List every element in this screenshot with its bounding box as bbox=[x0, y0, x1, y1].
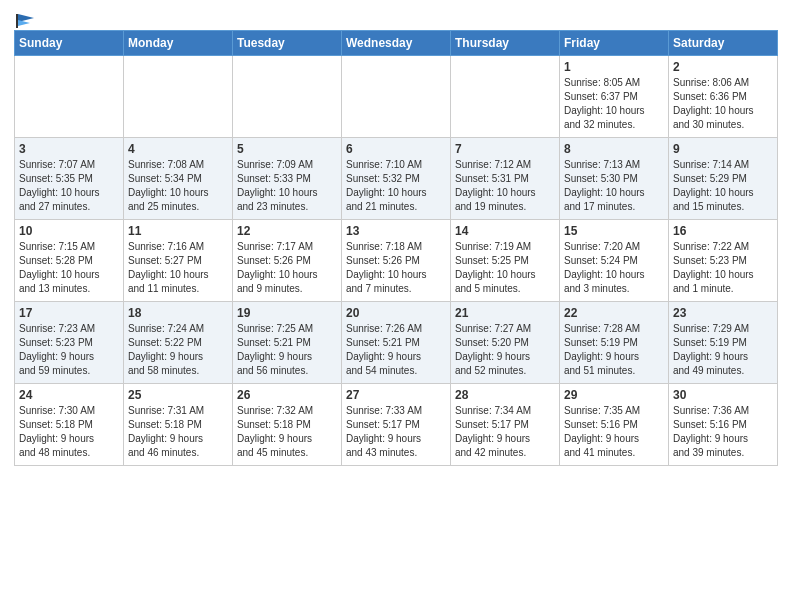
day-cell: 12Sunrise: 7:17 AM Sunset: 5:26 PM Dayli… bbox=[233, 220, 342, 302]
day-info: Sunrise: 7:33 AM Sunset: 5:17 PM Dayligh… bbox=[346, 404, 446, 460]
day-cell: 17Sunrise: 7:23 AM Sunset: 5:23 PM Dayli… bbox=[15, 302, 124, 384]
day-number: 12 bbox=[237, 224, 337, 238]
col-header-friday: Friday bbox=[560, 31, 669, 56]
day-info: Sunrise: 7:16 AM Sunset: 5:27 PM Dayligh… bbox=[128, 240, 228, 296]
day-number: 2 bbox=[673, 60, 773, 74]
day-info: Sunrise: 7:22 AM Sunset: 5:23 PM Dayligh… bbox=[673, 240, 773, 296]
page: SundayMondayTuesdayWednesdayThursdayFrid… bbox=[0, 0, 792, 476]
day-number: 17 bbox=[19, 306, 119, 320]
day-number: 15 bbox=[564, 224, 664, 238]
day-info: Sunrise: 7:26 AM Sunset: 5:21 PM Dayligh… bbox=[346, 322, 446, 378]
col-header-thursday: Thursday bbox=[451, 31, 560, 56]
day-number: 30 bbox=[673, 388, 773, 402]
day-info: Sunrise: 7:20 AM Sunset: 5:24 PM Dayligh… bbox=[564, 240, 664, 296]
day-number: 18 bbox=[128, 306, 228, 320]
day-info: Sunrise: 7:35 AM Sunset: 5:16 PM Dayligh… bbox=[564, 404, 664, 460]
day-info: Sunrise: 7:30 AM Sunset: 5:18 PM Dayligh… bbox=[19, 404, 119, 460]
day-cell: 30Sunrise: 7:36 AM Sunset: 5:16 PM Dayli… bbox=[669, 384, 778, 466]
day-info: Sunrise: 7:15 AM Sunset: 5:28 PM Dayligh… bbox=[19, 240, 119, 296]
day-cell: 2Sunrise: 8:06 AM Sunset: 6:36 PM Daylig… bbox=[669, 56, 778, 138]
day-info: Sunrise: 7:23 AM Sunset: 5:23 PM Dayligh… bbox=[19, 322, 119, 378]
day-info: Sunrise: 7:32 AM Sunset: 5:18 PM Dayligh… bbox=[237, 404, 337, 460]
day-cell: 24Sunrise: 7:30 AM Sunset: 5:18 PM Dayli… bbox=[15, 384, 124, 466]
logo bbox=[14, 14, 34, 26]
day-number: 23 bbox=[673, 306, 773, 320]
day-cell: 28Sunrise: 7:34 AM Sunset: 5:17 PM Dayli… bbox=[451, 384, 560, 466]
day-cell: 15Sunrise: 7:20 AM Sunset: 5:24 PM Dayli… bbox=[560, 220, 669, 302]
day-number: 24 bbox=[19, 388, 119, 402]
day-cell: 25Sunrise: 7:31 AM Sunset: 5:18 PM Dayli… bbox=[124, 384, 233, 466]
day-cell: 9Sunrise: 7:14 AM Sunset: 5:29 PM Daylig… bbox=[669, 138, 778, 220]
header-row: SundayMondayTuesdayWednesdayThursdayFrid… bbox=[15, 31, 778, 56]
day-cell bbox=[342, 56, 451, 138]
week-row-3: 10Sunrise: 7:15 AM Sunset: 5:28 PM Dayli… bbox=[15, 220, 778, 302]
day-info: Sunrise: 7:19 AM Sunset: 5:25 PM Dayligh… bbox=[455, 240, 555, 296]
day-number: 11 bbox=[128, 224, 228, 238]
day-cell: 19Sunrise: 7:25 AM Sunset: 5:21 PM Dayli… bbox=[233, 302, 342, 384]
week-row-1: 1Sunrise: 8:05 AM Sunset: 6:37 PM Daylig… bbox=[15, 56, 778, 138]
day-info: Sunrise: 8:05 AM Sunset: 6:37 PM Dayligh… bbox=[564, 76, 664, 132]
day-info: Sunrise: 7:36 AM Sunset: 5:16 PM Dayligh… bbox=[673, 404, 773, 460]
day-info: Sunrise: 7:09 AM Sunset: 5:33 PM Dayligh… bbox=[237, 158, 337, 214]
day-cell bbox=[15, 56, 124, 138]
svg-marker-1 bbox=[18, 20, 30, 26]
svg-rect-2 bbox=[16, 14, 18, 28]
col-header-wednesday: Wednesday bbox=[342, 31, 451, 56]
day-cell bbox=[451, 56, 560, 138]
col-header-sunday: Sunday bbox=[15, 31, 124, 56]
day-cell: 13Sunrise: 7:18 AM Sunset: 5:26 PM Dayli… bbox=[342, 220, 451, 302]
day-info: Sunrise: 8:06 AM Sunset: 6:36 PM Dayligh… bbox=[673, 76, 773, 132]
day-number: 22 bbox=[564, 306, 664, 320]
day-cell: 3Sunrise: 7:07 AM Sunset: 5:35 PM Daylig… bbox=[15, 138, 124, 220]
day-number: 28 bbox=[455, 388, 555, 402]
day-number: 20 bbox=[346, 306, 446, 320]
day-cell: 29Sunrise: 7:35 AM Sunset: 5:16 PM Dayli… bbox=[560, 384, 669, 466]
day-cell: 11Sunrise: 7:16 AM Sunset: 5:27 PM Dayli… bbox=[124, 220, 233, 302]
week-row-5: 24Sunrise: 7:30 AM Sunset: 5:18 PM Dayli… bbox=[15, 384, 778, 466]
week-row-4: 17Sunrise: 7:23 AM Sunset: 5:23 PM Dayli… bbox=[15, 302, 778, 384]
day-cell: 4Sunrise: 7:08 AM Sunset: 5:34 PM Daylig… bbox=[124, 138, 233, 220]
day-number: 1 bbox=[564, 60, 664, 74]
day-number: 9 bbox=[673, 142, 773, 156]
day-cell: 23Sunrise: 7:29 AM Sunset: 5:19 PM Dayli… bbox=[669, 302, 778, 384]
col-header-saturday: Saturday bbox=[669, 31, 778, 56]
day-cell: 26Sunrise: 7:32 AM Sunset: 5:18 PM Dayli… bbox=[233, 384, 342, 466]
day-cell: 7Sunrise: 7:12 AM Sunset: 5:31 PM Daylig… bbox=[451, 138, 560, 220]
day-number: 4 bbox=[128, 142, 228, 156]
day-info: Sunrise: 7:27 AM Sunset: 5:20 PM Dayligh… bbox=[455, 322, 555, 378]
day-cell bbox=[124, 56, 233, 138]
day-info: Sunrise: 7:28 AM Sunset: 5:19 PM Dayligh… bbox=[564, 322, 664, 378]
day-number: 14 bbox=[455, 224, 555, 238]
logo-flag-icon bbox=[16, 14, 34, 28]
day-info: Sunrise: 7:17 AM Sunset: 5:26 PM Dayligh… bbox=[237, 240, 337, 296]
day-number: 10 bbox=[19, 224, 119, 238]
day-number: 29 bbox=[564, 388, 664, 402]
day-number: 6 bbox=[346, 142, 446, 156]
day-number: 26 bbox=[237, 388, 337, 402]
day-number: 3 bbox=[19, 142, 119, 156]
day-cell: 21Sunrise: 7:27 AM Sunset: 5:20 PM Dayli… bbox=[451, 302, 560, 384]
day-info: Sunrise: 7:31 AM Sunset: 5:18 PM Dayligh… bbox=[128, 404, 228, 460]
day-info: Sunrise: 7:24 AM Sunset: 5:22 PM Dayligh… bbox=[128, 322, 228, 378]
day-info: Sunrise: 7:25 AM Sunset: 5:21 PM Dayligh… bbox=[237, 322, 337, 378]
day-cell: 10Sunrise: 7:15 AM Sunset: 5:28 PM Dayli… bbox=[15, 220, 124, 302]
day-info: Sunrise: 7:14 AM Sunset: 5:29 PM Dayligh… bbox=[673, 158, 773, 214]
col-header-monday: Monday bbox=[124, 31, 233, 56]
day-cell: 18Sunrise: 7:24 AM Sunset: 5:22 PM Dayli… bbox=[124, 302, 233, 384]
col-header-tuesday: Tuesday bbox=[233, 31, 342, 56]
day-cell: 6Sunrise: 7:10 AM Sunset: 5:32 PM Daylig… bbox=[342, 138, 451, 220]
day-info: Sunrise: 7:07 AM Sunset: 5:35 PM Dayligh… bbox=[19, 158, 119, 214]
day-info: Sunrise: 7:34 AM Sunset: 5:17 PM Dayligh… bbox=[455, 404, 555, 460]
day-cell: 1Sunrise: 8:05 AM Sunset: 6:37 PM Daylig… bbox=[560, 56, 669, 138]
day-number: 13 bbox=[346, 224, 446, 238]
header bbox=[14, 10, 778, 26]
day-info: Sunrise: 7:18 AM Sunset: 5:26 PM Dayligh… bbox=[346, 240, 446, 296]
day-number: 5 bbox=[237, 142, 337, 156]
day-number: 8 bbox=[564, 142, 664, 156]
day-info: Sunrise: 7:29 AM Sunset: 5:19 PM Dayligh… bbox=[673, 322, 773, 378]
day-cell: 8Sunrise: 7:13 AM Sunset: 5:30 PM Daylig… bbox=[560, 138, 669, 220]
day-number: 27 bbox=[346, 388, 446, 402]
day-cell bbox=[233, 56, 342, 138]
day-number: 21 bbox=[455, 306, 555, 320]
day-info: Sunrise: 7:10 AM Sunset: 5:32 PM Dayligh… bbox=[346, 158, 446, 214]
